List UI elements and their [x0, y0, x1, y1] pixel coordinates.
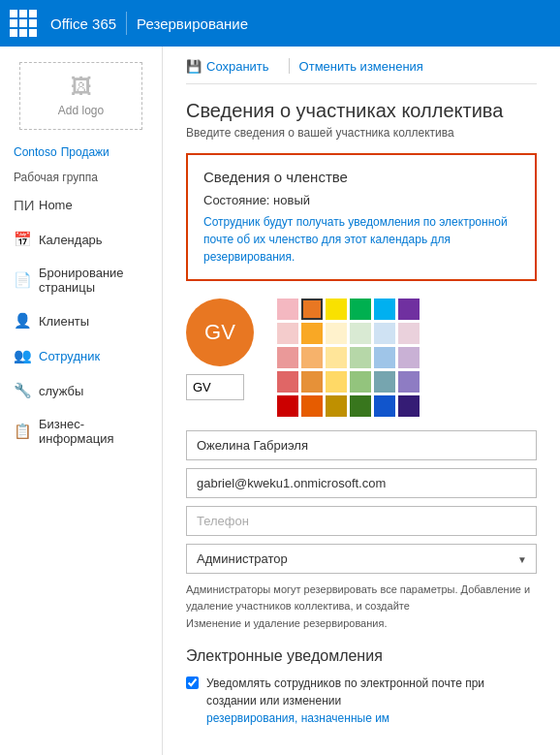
- business-icon: 📋: [14, 423, 31, 440]
- membership-status: Состояние: новый: [203, 193, 519, 207]
- color-swatch-19[interactable]: [301, 371, 323, 393]
- membership-info: Сотрудник будут получать уведомления по …: [203, 213, 519, 266]
- membership-card-title: Сведения о членстве: [203, 169, 519, 185]
- page-subtitle: Введите сведения о вашей участника колле…: [186, 126, 537, 140]
- sidebar: 🖼 Add logo Contoso Продажи Рабочая групп…: [0, 47, 163, 755]
- toolbar-divider: [289, 58, 290, 74]
- color-swatch-0[interactable]: [277, 299, 298, 320]
- color-swatch-1[interactable]: [301, 299, 323, 320]
- color-swatch-5[interactable]: [398, 299, 420, 320]
- sidebar-item-label: службы: [39, 384, 83, 398]
- image-icon: 🖼: [71, 75, 92, 100]
- sidebar-item-label: Бронирование страницы: [39, 266, 148, 295]
- sidebar-item-services[interactable]: 🔧 службы: [0, 373, 162, 408]
- phone-input[interactable]: [186, 506, 537, 536]
- sidebar-item-home[interactable]: ПИ Home: [0, 188, 162, 222]
- color-swatch-16[interactable]: [374, 347, 395, 368]
- booking-icon: 📄: [14, 271, 31, 289]
- color-swatch-18[interactable]: [277, 371, 298, 393]
- name-input[interactable]: [186, 430, 537, 460]
- sidebar-item-booking[interactable]: 📄 Бронирование страницы: [0, 257, 162, 303]
- calendar-icon: 📅: [14, 231, 31, 248]
- color-swatch-8[interactable]: [326, 323, 347, 344]
- color-swatch-24[interactable]: [277, 395, 298, 417]
- sidebar-item-business[interactable]: 📋 Бизнес-информация: [0, 408, 162, 455]
- color-swatch-2[interactable]: [326, 299, 347, 320]
- main-content: 💾 Сохранить Отменить изменения Сведения …: [163, 47, 560, 755]
- app-title: Office 365: [50, 16, 116, 32]
- page-title: Сведения о участниках коллектива: [186, 100, 537, 122]
- notify-checkbox-row: Уведомлять сотрудников по электронной по…: [186, 675, 537, 727]
- color-swatch-3[interactable]: [350, 299, 371, 320]
- notify-link[interactable]: резервирования, назначенные им: [206, 711, 389, 725]
- save-icon: 💾: [186, 59, 202, 74]
- staff-icon: 👥: [14, 347, 31, 364]
- sidebar-item-clients[interactable]: 👤 Клиенты: [0, 303, 162, 338]
- color-swatch-28[interactable]: [374, 395, 395, 417]
- save-button[interactable]: 💾 Сохранить: [186, 59, 279, 74]
- sidebar-item-label: Клиенты: [39, 314, 89, 329]
- sidebar-item-label: Календарь: [39, 233, 103, 247]
- tag-sales[interactable]: Продажи: [61, 145, 109, 159]
- email-notifications-title: Электронные уведомления: [186, 647, 537, 665]
- avatar[interactable]: GV: [186, 299, 254, 366]
- email-input[interactable]: [186, 468, 537, 498]
- membership-card: Сведения о членстве Состояние: новый Сот…: [186, 153, 537, 281]
- sidebar-item-label: Сотрудник: [39, 349, 100, 363]
- color-swatch-22[interactable]: [374, 371, 395, 393]
- color-swatch-10[interactable]: [374, 323, 395, 344]
- color-swatch-29[interactable]: [398, 395, 420, 417]
- color-swatch-27[interactable]: [350, 395, 371, 417]
- color-swatch-15[interactable]: [350, 347, 371, 368]
- topbar-divider: [126, 12, 127, 35]
- sidebar-group-label: Рабочая группа: [0, 167, 162, 188]
- color-swatch-6[interactable]: [277, 323, 298, 344]
- admin-note: Администраторы могут резервировать все п…: [186, 582, 537, 613]
- color-swatch-21[interactable]: [350, 371, 371, 393]
- color-swatch-26[interactable]: [326, 395, 347, 417]
- initials-input[interactable]: [186, 374, 244, 400]
- topbar: Office 365 Резервирование: [0, 0, 560, 47]
- cancel-button[interactable]: Отменить изменения: [299, 59, 433, 74]
- logo-upload[interactable]: 🖼 Add logo: [19, 62, 142, 130]
- color-swatch-4[interactable]: [374, 299, 395, 320]
- sidebar-item-label: Бизнес-информация: [39, 417, 148, 446]
- tag-contoso[interactable]: Contoso: [14, 145, 57, 159]
- page-label: Резервирование: [137, 16, 248, 32]
- role-select[interactable]: Администратор Сотрудник Гость: [186, 544, 537, 574]
- toolbar: 💾 Сохранить Отменить изменения: [186, 47, 537, 84]
- sidebar-tags: Contoso Продажи: [0, 140, 162, 167]
- clients-icon: 👤: [14, 312, 31, 330]
- color-swatch-17[interactable]: [398, 347, 420, 368]
- notify-label: Уведомлять сотрудников по электронной по…: [206, 675, 537, 727]
- home-prefix: ПИ: [14, 197, 31, 213]
- logo-placeholder: Add logo: [58, 104, 104, 117]
- role-select-wrapper: Администратор Сотрудник Гость ▼: [186, 544, 537, 574]
- avatar-row: GV: [186, 299, 537, 417]
- color-swatch-20[interactable]: [326, 371, 347, 393]
- color-picker: [277, 299, 420, 417]
- notify-checkbox[interactable]: [186, 676, 199, 689]
- color-swatch-25[interactable]: [301, 395, 323, 417]
- apps-icon[interactable]: [10, 10, 37, 37]
- color-swatch-9[interactable]: [350, 323, 371, 344]
- services-icon: 🔧: [14, 382, 31, 399]
- color-swatch-13[interactable]: [301, 347, 323, 368]
- admin-note-link[interactable]: Изменение и удаление резервирования.: [186, 615, 537, 632]
- color-swatch-14[interactable]: [326, 347, 347, 368]
- sidebar-item-label: Home: [39, 198, 73, 212]
- color-swatch-7[interactable]: [301, 323, 323, 344]
- color-swatch-23[interactable]: [398, 371, 420, 393]
- sidebar-item-staff[interactable]: 👥 Сотрудник: [0, 338, 162, 373]
- color-swatch-11[interactable]: [398, 323, 420, 344]
- color-swatch-12[interactable]: [277, 347, 298, 368]
- sidebar-item-calendar[interactable]: 📅 Календарь: [0, 222, 162, 257]
